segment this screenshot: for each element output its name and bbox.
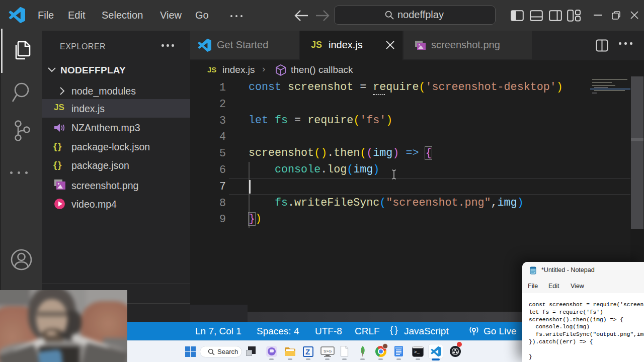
svg-text:S>G: S>G: [324, 349, 332, 353]
svg-text:>_: >_: [414, 350, 420, 355]
